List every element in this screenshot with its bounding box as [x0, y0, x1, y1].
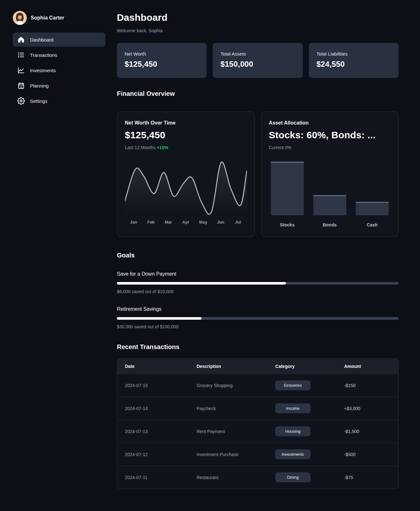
tx-date: 2024-07-11: [117, 475, 189, 480]
sidebar-item-settings[interactable]: Settings: [13, 94, 105, 108]
table-row: 2024-07-15 Grocery Shopping Groceries -$…: [117, 374, 398, 397]
tx-category: Groceries: [268, 380, 337, 390]
main-content: Dashboard Welcome back, Sophia Net Worth…: [117, 0, 399, 489]
stat-label: Net Worth: [125, 51, 199, 57]
table-row: 2024-07-13 Rent Payment Housing -$1,500: [117, 420, 398, 443]
sidebar-item-investments[interactable]: Investments: [13, 63, 105, 77]
tx-date: 2024-07-14: [117, 406, 189, 411]
sidebar-nav: Dashboard Transactions Investments: [13, 33, 105, 108]
sidebar: Sophia Carter Dashboard Transactions: [0, 0, 112, 511]
x-axis-label: Mar: [160, 220, 177, 225]
x-axis-label: Apr: [177, 220, 195, 225]
sidebar-item-transactions[interactable]: Transactions: [13, 48, 105, 62]
chart-cards: Net Worth Over Time $125,450 Last 12 Mon…: [117, 111, 399, 237]
sidebar-item-dashboard[interactable]: Dashboard: [13, 33, 105, 47]
goal-caption: $30,000 saved out of $100,000: [117, 324, 399, 329]
progress-bar: [117, 282, 399, 285]
sidebar-item-label: Dashboard: [30, 37, 53, 42]
tx-description: Rent Payment: [189, 429, 267, 434]
category-badge: Housing: [275, 426, 310, 436]
net-worth-line-chart: [125, 158, 247, 215]
svg-text:12: 12: [20, 86, 22, 88]
x-axis-label: May: [195, 220, 212, 225]
stat-value: $150,000: [220, 60, 295, 69]
stat-card-total-assets: Total Assets $150,000: [213, 43, 302, 78]
allocation-bars: [269, 162, 391, 215]
calendar-icon: 12: [17, 82, 25, 89]
table-body: 2024-07-15 Grocery Shopping Groceries -$…: [117, 374, 398, 489]
transactions-table: Date Description Category Amount 2024-07…: [117, 358, 399, 489]
table-row: 2024-07-12 Investment Purchase Investmen…: [117, 443, 398, 466]
column-header-amount: Amount: [336, 364, 398, 369]
tx-amount: -$150: [336, 383, 398, 388]
avatar: [13, 11, 27, 25]
tx-amount: -$500: [336, 452, 398, 457]
sidebar-item-label: Investments: [30, 68, 56, 73]
x-axis-label: Jan: [125, 220, 142, 225]
tx-date: 2024-07-15: [117, 383, 189, 388]
gear-icon: [17, 97, 25, 105]
stat-value: $125,450: [125, 60, 199, 69]
table-header: Date Description Category Amount: [117, 359, 398, 374]
tx-description: Grocery Shopping: [189, 383, 267, 388]
category-badge: Income: [275, 403, 310, 413]
table-row: 2024-07-14 Paycheck Income +$3,000: [117, 397, 398, 420]
user-profile[interactable]: Sophia Carter: [13, 11, 105, 25]
net-worth-chart-card: Net Worth Over Time $125,450 Last 12 Mon…: [117, 111, 255, 237]
tx-amount: +$3,000: [336, 406, 398, 411]
column-header-date: Date: [117, 364, 189, 369]
stat-card-total-liabilities: Total Liabilities $24,550: [309, 43, 399, 78]
sidebar-item-label: Transactions: [30, 52, 57, 58]
page-title: Dashboard: [117, 12, 399, 23]
stat-label: Total Assets: [220, 51, 295, 57]
category-badge: Groceries: [275, 380, 310, 390]
chart-line-icon: [17, 66, 25, 74]
column-header-description: Description: [189, 364, 267, 369]
stat-value: $24,550: [317, 60, 391, 69]
tx-date: 2024-07-13: [117, 429, 189, 434]
section-heading-goals: Goals: [117, 252, 399, 259]
page-subtitle: Welcome back, Sophia: [117, 28, 399, 33]
tx-description: Restaurant: [189, 475, 267, 480]
x-axis-label: Jun: [212, 220, 230, 225]
tx-description: Investment Purchase: [189, 452, 267, 457]
goal-caption: $6,000 saved out of $10,000: [117, 289, 399, 294]
user-name: Sophia Carter: [31, 15, 64, 21]
tx-amount: -$1,500: [336, 429, 398, 434]
goal-retirement-savings: Retirement Savings $30,000 saved out of …: [117, 306, 399, 329]
progress-bar: [117, 317, 399, 320]
tx-amount: -$75: [336, 475, 398, 480]
asset-allocation-chart-card: Asset Allocation Stocks: 60%, Bonds: ...…: [261, 111, 399, 237]
x-axis-labels: JanFebMarAprMayJunJul: [125, 220, 247, 225]
sidebar-item-label: Planning: [30, 83, 49, 88]
goal-name: Retirement Savings: [117, 306, 399, 312]
tx-category: Housing: [268, 426, 337, 436]
stat-cards: Net Worth $125,450 Total Assets $150,000…: [117, 43, 399, 78]
tx-description: Paycheck: [189, 406, 267, 411]
bar-bonds: [313, 162, 346, 215]
sidebar-item-label: Settings: [30, 98, 47, 104]
goal-down-payment: Save for a Down Payment $6,000 saved out…: [117, 271, 399, 294]
tx-category: Income: [268, 403, 337, 413]
table-row: 2024-07-11 Restaurant Dining -$75: [117, 466, 398, 489]
category-badge: Investments: [275, 449, 310, 459]
stat-label: Total Liabilities: [317, 51, 391, 57]
chart-period: Last 12 Months +15%: [125, 145, 247, 150]
tx-date: 2024-07-12: [117, 452, 189, 457]
bar-cash: [356, 162, 389, 215]
section-heading-financial-overview: Financial Overview: [117, 90, 399, 97]
chart-title: Asset Allocation: [269, 120, 391, 126]
tx-category: Investments: [268, 449, 337, 459]
chart-value: Stocks: 60%, Bonds: ...: [269, 130, 391, 141]
bar-label: Cash: [356, 222, 389, 227]
goal-name: Save for a Down Payment: [117, 271, 399, 277]
bar-label: Bonds: [313, 222, 346, 227]
column-header-category: Category: [268, 364, 337, 369]
sidebar-item-planning[interactable]: 12 Planning: [13, 79, 105, 93]
category-badge: Dining: [275, 472, 310, 482]
tx-category: Dining: [268, 472, 337, 482]
home-icon: [17, 36, 25, 43]
chart-value: $125,450: [125, 130, 247, 141]
x-axis-label: Feb: [142, 220, 160, 225]
bar-stocks: [271, 162, 304, 215]
